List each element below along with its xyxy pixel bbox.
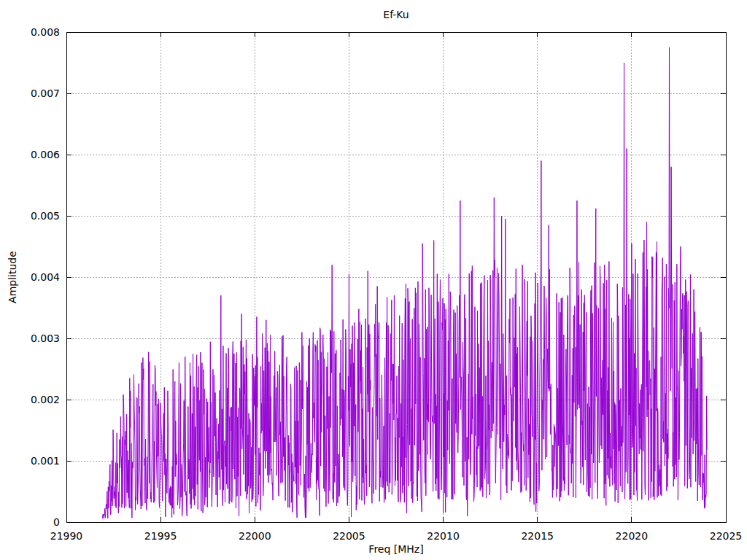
y-tick-label: 0 <box>53 516 60 528</box>
x-tick-label: 22005 <box>333 530 365 542</box>
y-tick-label: 0.008 <box>31 26 60 38</box>
spectrum-chart: 2199021995220002200522010220152202022025… <box>0 0 747 560</box>
y-tick-label: 0.003 <box>31 332 60 344</box>
x-tick-label: 22015 <box>521 530 554 542</box>
y-tick-label: 0.002 <box>31 394 60 405</box>
plot-window: Ef-Ku Amplitude Freq [MHz] 2199021995220… <box>0 0 747 560</box>
spectrum-line <box>102 47 707 518</box>
y-tick-label: 0.006 <box>31 149 60 160</box>
x-tick-label: 22025 <box>710 530 743 542</box>
x-tick-label: 21995 <box>144 530 177 542</box>
x-tick-label: 22020 <box>616 530 649 542</box>
x-tick-label: 22000 <box>239 530 271 542</box>
y-tick-label: 0.005 <box>31 210 60 222</box>
y-tick-label: 0.007 <box>31 88 60 99</box>
x-tick-label: 22010 <box>427 530 460 542</box>
x-tick-label: 21990 <box>50 530 83 542</box>
y-tick-label: 0.001 <box>31 455 60 467</box>
y-tick-label: 0.004 <box>31 271 60 283</box>
